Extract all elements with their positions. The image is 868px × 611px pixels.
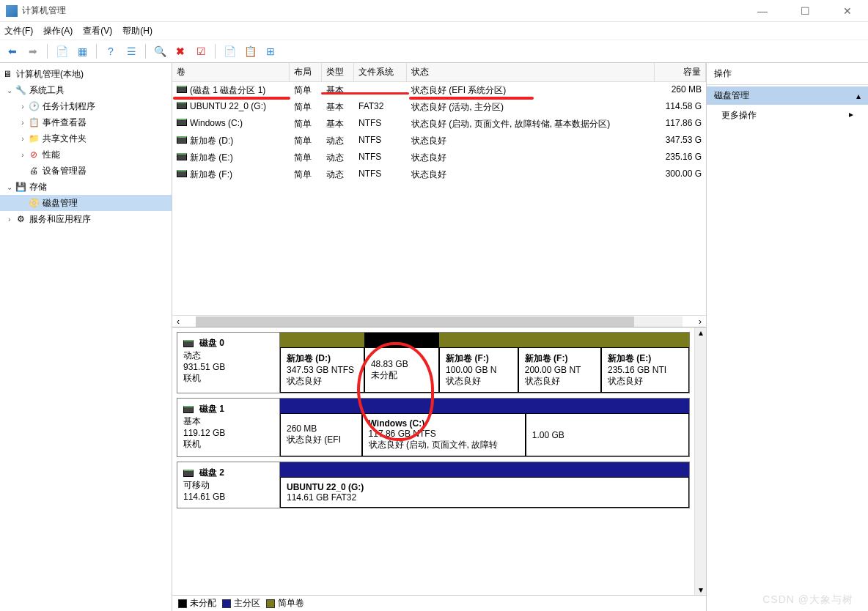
partition[interactable]: 48.83 GB未分配 [364,347,439,393]
refresh-icon[interactable]: 🔍 [152,43,168,59]
partition[interactable]: UBUNTU 22_0 (G:)114.61 GB FAT32 [280,477,689,508]
tree-pane: 🖥 计算机管理(本地) ⌄ 🔧 系统工具 › 🕑 任务计划程序 › 📋 事件查看… [0,63,172,611]
chevron-right-icon: ▸ [849,109,853,122]
perf-icon: ⊘ [28,149,40,160]
partition[interactable]: Windows (C:)117.86 GB NTFS状态良好 (启动, 页面文件… [362,413,526,456]
minimize-button[interactable]: — [748,2,777,20]
tree-storage[interactable]: ⌄ 💾 存储 [0,179,172,195]
folder-icon: 📁 [28,133,40,144]
partition[interactable]: 260 MB状态良好 (EFI [280,413,362,456]
menu-action[interactable]: 操作(A) [43,25,73,37]
view-icon[interactable]: ▦ [74,43,90,59]
col-layout[interactable]: 布局 [290,63,322,81]
back-button[interactable]: ⬅ [4,43,21,59]
col-status[interactable]: 状态 [407,63,655,81]
h-scrollbar[interactable]: ‹ › [172,315,706,327]
settings-icon[interactable]: ⊞ [262,43,279,59]
disk-0[interactable]: 磁盘 0 动态 931.51 GB 联机 新加卷 (D:)347.53 GB N… [177,332,690,393]
expander-icon[interactable]: ⌄ [4,86,15,95]
tree-root[interactable]: 🖥 计算机管理(本地) [0,66,172,82]
tree-system-tools[interactable]: ⌄ 🔧 系统工具 [0,82,172,98]
expander-icon[interactable]: › [18,119,28,127]
maximize-button[interactable]: ☐ [790,2,820,20]
computer-icon: 🖥 [1,68,13,80]
menu-help[interactable]: 帮助(H) [122,25,152,37]
menu-view[interactable]: 查看(V) [83,25,112,37]
tree-device-manager[interactable]: 🖨 设备管理器 [0,163,172,179]
tree-disk-management[interactable]: 📀 磁盘管理 [0,195,172,211]
menubar: 文件(F) 操作(A) 查看(V) 帮助(H) [0,22,868,40]
titlebar: 计算机管理 — ☐ ✕ [0,0,868,22]
device-icon: 🖨 [28,165,40,177]
help-icon[interactable]: ? [103,43,119,59]
volume-table: 卷 布局 类型 文件系统 状态 容量 (磁盘 1 磁盘分区 1)简单基本状态良好… [172,63,706,327]
actions-more[interactable]: 更多操作▸ [707,105,868,126]
disk-1[interactable]: 磁盘 1 基本 119.12 GB 联机 260 MB状态良好 (EFIWind… [177,398,690,457]
partition[interactable]: 新加卷 (D:)347.53 GB NTFS状态良好 [280,347,364,393]
services-icon: ⚙ [15,213,26,225]
storage-icon: 💾 [15,181,26,193]
disk-info: 磁盘 1 基本 119.12 GB 联机 [177,399,280,456]
disk-map: 磁盘 0 动态 931.51 GB 联机 新加卷 (D:)347.53 GB N… [172,327,706,595]
menu-file[interactable]: 文件(F) [4,25,33,37]
table-row[interactable]: UBUNTU 22_0 (G:)简单基本FAT32状态良好 (活动, 主分区)1… [172,99,706,116]
clock-icon: 🕑 [28,100,40,112]
expander-icon[interactable]: › [4,215,15,223]
disk-info: 磁盘 2 可移动 114.61 GB [177,462,280,508]
watermark: CSDN @大象与树 [762,593,853,607]
expander-icon[interactable]: › [18,103,28,111]
v-scrollbar[interactable]: ▴ ▾ [694,327,706,595]
expander-icon[interactable]: › [18,135,28,143]
table-row[interactable]: 新加卷 (E:)简单动态NTFS状态良好235.16 G [172,149,706,166]
col-volume[interactable]: 卷 [172,63,290,81]
col-filesystem[interactable]: 文件系统 [354,63,407,81]
tree-shared-folders[interactable]: › 📁 共享文件夹 [0,130,172,147]
properties-icon[interactable]: 📋 [242,43,258,59]
tools-icon: 🔧 [15,84,26,96]
tree-event-viewer[interactable]: › 📋 事件查看器 [0,114,172,130]
tree-services[interactable]: › ⚙ 服务和应用程序 [0,211,172,227]
tree-task-scheduler[interactable]: › 🕑 任务计划程序 [0,98,172,114]
table-row[interactable]: 新加卷 (D:)简单动态NTFS状态良好347.53 G [172,133,706,149]
delete-icon[interactable]: ✖ [172,43,188,59]
legend: 未分配 主分区 简单卷 [172,595,706,611]
partition[interactable]: 新加卷 (E:)235.16 GB NTI状态良好 [601,347,689,393]
list-icon[interactable]: ☰ [123,43,139,59]
col-type[interactable]: 类型 [322,63,354,81]
toolbar: ⬅ ➡ 📄 ▦ ? ☰ 🔍 ✖ ☑ 📄 📋 ⊞ [0,40,868,63]
actions-selected[interactable]: 磁盘管理▴ [707,86,868,105]
new-icon[interactable]: 📄 [221,43,238,59]
expander-icon[interactable]: › [18,151,28,159]
col-capacity[interactable]: 容量 [655,63,706,81]
disk-icon: 📀 [28,197,40,209]
table-header: 卷 布局 类型 文件系统 状态 容量 [172,63,706,82]
actions-title: 操作 [707,63,868,85]
table-row[interactable]: (磁盘 1 磁盘分区 1)简单基本状态良好 (EFI 系统分区)260 MB [172,82,706,99]
check-icon[interactable]: ☑ [193,43,209,59]
partition[interactable]: 新加卷 (F:)100.00 GB N状态良好 [439,347,518,393]
chevron-up-icon: ▴ [856,91,861,101]
close-button[interactable]: ✕ [833,2,862,20]
table-row[interactable]: Windows (C:)简单基本NTFS状态良好 (启动, 页面文件, 故障转储… [172,116,706,133]
window-title: 计算机管理 [22,4,748,17]
table-row[interactable]: 新加卷 (F:)简单动态NTFS状态良好300.00 G [172,166,706,183]
center-pane: 卷 布局 类型 文件系统 状态 容量 (磁盘 1 磁盘分区 1)简单基本状态良好… [172,63,707,611]
event-icon: 📋 [28,116,40,128]
disk-2[interactable]: 磁盘 2 可移动 114.61 GB UBUNTU 22_0 (G:)114.6… [177,462,690,508]
up-icon[interactable]: 📄 [54,43,70,59]
app-icon [6,5,18,17]
expander-icon[interactable]: ⌄ [4,183,15,191]
partition[interactable]: 1.00 GB [526,413,689,456]
actions-pane: 操作 磁盘管理▴ 更多操作▸ [707,63,868,611]
forward-button[interactable]: ➡ [25,43,41,59]
tree-performance[interactable]: › ⊘ 性能 [0,147,172,163]
disk-info: 磁盘 0 动态 931.51 GB 联机 [177,333,280,393]
partition[interactable]: 新加卷 (F:)200.00 GB NT状态良好 [518,347,601,393]
